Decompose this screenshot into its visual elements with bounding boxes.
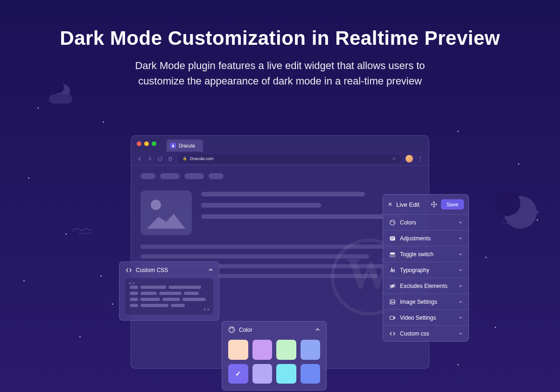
live-edit-item-label: Toggle switch <box>400 251 454 258</box>
chevron-down-icon <box>458 220 463 225</box>
forward-icon[interactable] <box>147 156 153 161</box>
svg-point-2 <box>392 221 393 222</box>
color-swatch[interactable] <box>301 364 321 384</box>
color-panel: Color <box>222 321 327 391</box>
live-edit-item-image-settings[interactable]: Image Settings <box>383 294 469 309</box>
chevron-down-icon <box>458 300 463 304</box>
chevron-down-icon <box>458 284 463 288</box>
chevron-down-icon <box>458 236 463 241</box>
chevron-up-icon[interactable] <box>315 327 320 332</box>
home-icon[interactable] <box>168 156 173 161</box>
dracula-favicon: ◗ <box>170 143 176 148</box>
color-swatch[interactable] <box>252 364 273 384</box>
close-icon[interactable]: ✕ <box>388 201 392 208</box>
chevron-down-icon <box>458 268 463 273</box>
live-edit-item-typography[interactable]: Typography <box>383 262 469 278</box>
live-edit-item-label: Video Settings <box>400 315 454 321</box>
custom-css-title: Custom CSS <box>136 267 168 273</box>
code-icon <box>125 266 132 273</box>
custom-css-panel: Custom CSS < > < > <box>119 261 219 321</box>
image-icon <box>389 298 396 305</box>
live-edit-item-custom-css[interactable]: Custom css <box>383 325 469 341</box>
css-editor[interactable]: < > < > <box>125 278 213 315</box>
live-edit-item-label: Typography <box>400 267 454 273</box>
image-placeholder <box>140 190 192 235</box>
tab-label: Dracula <box>179 143 195 148</box>
sliders-icon <box>389 235 396 242</box>
palette-icon <box>389 219 396 226</box>
live-edit-item-colors[interactable]: Colors <box>383 214 469 230</box>
svg-point-17 <box>233 329 234 330</box>
color-swatch[interactable] <box>252 340 273 360</box>
browser-tab[interactable]: ◗ Dracula <box>167 140 203 152</box>
save-button[interactable]: Save <box>441 199 464 210</box>
live-edit-item-adjustments[interactable]: Adjustments <box>383 230 469 246</box>
svg-rect-13 <box>390 316 393 319</box>
url-field[interactable]: 🔒 Dracula.com ☆ <box>178 154 401 163</box>
svg-point-0 <box>390 220 395 225</box>
color-swatch[interactable] <box>301 340 321 360</box>
lock-icon: 🔒 <box>182 156 187 161</box>
svg-rect-7 <box>390 252 395 254</box>
browser-menu-icon[interactable]: ⋮ <box>418 155 423 162</box>
svg-rect-8 <box>390 255 395 257</box>
svg-point-14 <box>229 327 235 333</box>
window-close-icon[interactable] <box>137 141 141 146</box>
color-swatch[interactable] <box>276 340 296 360</box>
page-title: Dark Mode Customization in Realtime Prev… <box>0 0 560 49</box>
page-subtitle: Dark Mode plugin features a live edit wi… <box>112 58 448 89</box>
live-edit-item-label: Image Settings <box>400 299 454 305</box>
moon-planet-decoration <box>504 196 537 229</box>
color-swatch[interactable] <box>228 340 248 360</box>
color-swatch[interactable] <box>276 364 296 384</box>
chevron-down-icon <box>458 252 463 257</box>
svg-point-16 <box>232 328 233 329</box>
svg-point-3 <box>393 222 394 223</box>
live-edit-item-label: Custom css <box>400 330 454 337</box>
color-panel-title: Color <box>239 327 252 333</box>
svg-rect-6 <box>391 238 393 239</box>
live-edit-item-label: Excludes Elements <box>400 283 454 289</box>
window-maximize-icon[interactable] <box>152 141 156 146</box>
chevron-up-icon[interactable] <box>208 267 213 273</box>
chevron-down-icon <box>458 315 463 320</box>
site-nav <box>140 173 420 179</box>
bird-decoration <box>70 224 98 238</box>
palette-icon <box>228 326 235 333</box>
move-icon[interactable] <box>431 201 437 208</box>
svg-point-12 <box>391 301 392 301</box>
live-edit-panel: ✕ Live Edit Save ColorsAdjustmentsToggle… <box>383 194 469 342</box>
svg-line-10 <box>390 284 395 288</box>
refresh-icon[interactable] <box>157 156 163 161</box>
typography-icon <box>389 266 396 273</box>
svg-point-1 <box>391 221 392 222</box>
toggle-icon <box>389 251 396 258</box>
live-edit-item-label: Adjustments <box>400 235 454 242</box>
live-edit-item-label: Colors <box>400 219 454 226</box>
svg-point-15 <box>230 328 231 329</box>
eye-off-icon <box>389 282 396 289</box>
back-icon[interactable] <box>137 156 142 161</box>
live-edit-item-toggle-switch[interactable]: Toggle switch <box>383 246 469 262</box>
live-edit-item-excludes-elements[interactable]: Excludes Elements <box>383 278 469 294</box>
code-icon <box>389 330 396 337</box>
live-edit-item-video-settings[interactable]: Video Settings <box>383 309 469 325</box>
bookmark-star-icon[interactable]: ☆ <box>392 156 396 161</box>
svg-rect-4 <box>390 237 395 240</box>
chevron-down-icon <box>458 331 463 336</box>
profile-avatar[interactable] <box>406 155 413 162</box>
color-swatch[interactable] <box>228 364 248 384</box>
svg-rect-5 <box>391 238 394 238</box>
live-edit-title: Live Edit <box>396 201 427 208</box>
window-minimize-icon[interactable] <box>144 141 149 146</box>
video-icon <box>389 314 396 321</box>
url-text: Dracula.com <box>190 156 214 161</box>
